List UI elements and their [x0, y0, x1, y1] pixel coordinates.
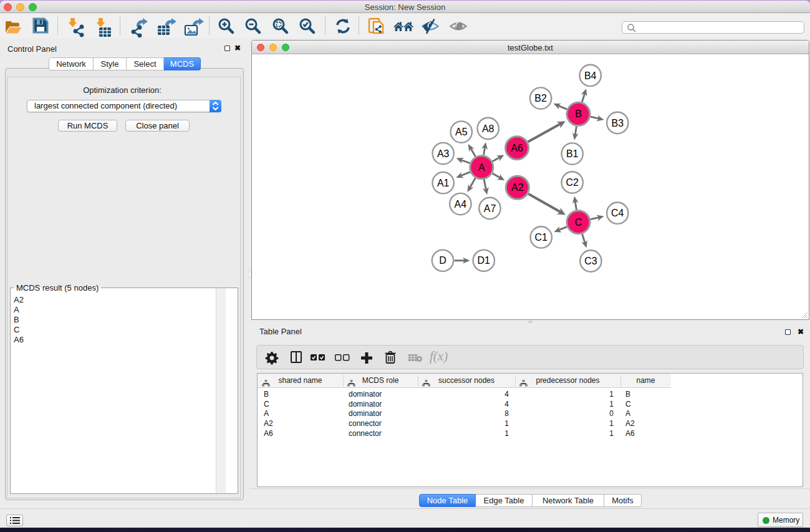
- svg-text:D1: D1: [478, 255, 491, 266]
- svg-text:C: C: [575, 217, 582, 228]
- svg-text:A4: A4: [455, 199, 467, 210]
- svg-text:A6: A6: [511, 143, 523, 153]
- svg-text:B4: B4: [584, 70, 597, 81]
- svg-text:C4: C4: [611, 208, 624, 218]
- svg-text:A5: A5: [455, 127, 468, 137]
- svg-text:A8: A8: [482, 123, 494, 134]
- svg-text:B: B: [575, 109, 582, 119]
- svg-text:D: D: [439, 255, 446, 266]
- svg-text:B3: B3: [612, 118, 624, 128]
- svg-text:A2: A2: [511, 182, 524, 193]
- svg-text:C3: C3: [584, 256, 597, 266]
- svg-text:C1: C1: [535, 232, 548, 243]
- svg-text:B1: B1: [566, 148, 579, 159]
- svg-text:A3: A3: [437, 148, 450, 159]
- svg-text:A1: A1: [437, 178, 450, 188]
- svg-text:A: A: [478, 162, 485, 173]
- svg-text:C2: C2: [566, 177, 579, 188]
- svg-text:A7: A7: [484, 203, 496, 214]
- svg-text:B2: B2: [534, 93, 547, 104]
